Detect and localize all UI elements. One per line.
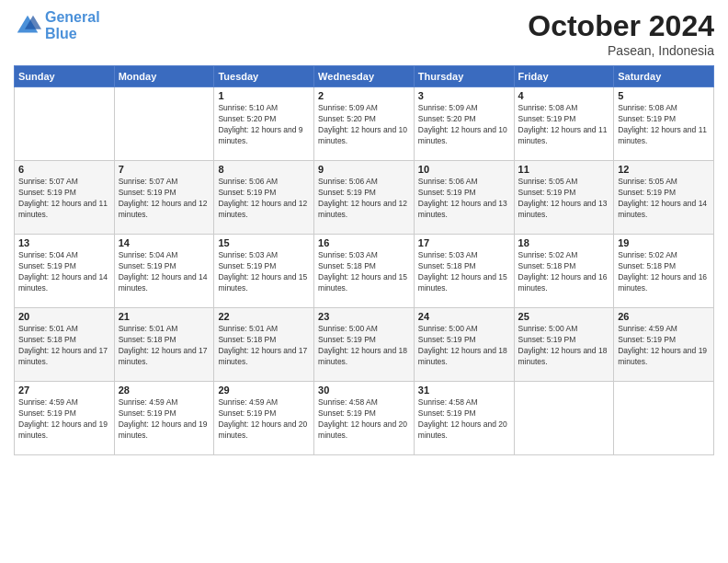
day-info: Sunrise: 5:02 AM Sunset: 5:18 PM Dayligh…: [618, 250, 710, 294]
calendar-week-2: 6Sunrise: 5:07 AM Sunset: 5:19 PM Daylig…: [15, 161, 714, 235]
calendar-cell: 5Sunrise: 5:08 AM Sunset: 5:19 PM Daylig…: [614, 87, 714, 161]
day-number: 30: [318, 385, 410, 396]
location-subtitle: Pasean, Indonesia: [528, 43, 714, 58]
day-info: Sunrise: 5:10 AM Sunset: 5:20 PM Dayligh…: [218, 103, 310, 147]
calendar-cell: 31Sunrise: 4:58 AM Sunset: 5:19 PM Dayli…: [414, 382, 514, 455]
calendar-week-5: 27Sunrise: 4:59 AM Sunset: 5:19 PM Dayli…: [15, 382, 714, 455]
day-info: Sunrise: 4:59 AM Sunset: 5:19 PM Dayligh…: [18, 397, 110, 442]
day-info: Sunrise: 5:07 AM Sunset: 5:19 PM Dayligh…: [119, 177, 210, 221]
calendar-cell: [514, 382, 614, 455]
day-number: 14: [119, 237, 210, 248]
calendar-cell: 20Sunrise: 5:01 AM Sunset: 5:18 PM Dayli…: [15, 308, 115, 382]
calendar-cell: 22Sunrise: 5:01 AM Sunset: 5:18 PM Dayli…: [214, 308, 314, 382]
weekday-header-wednesday: Wednesday: [314, 66, 415, 87]
calendar-cell: 23Sunrise: 5:00 AM Sunset: 5:19 PM Dayli…: [314, 308, 415, 382]
day-number: 18: [518, 237, 610, 248]
calendar-cell: 8Sunrise: 5:06 AM Sunset: 5:19 PM Daylig…: [214, 161, 314, 235]
day-number: 16: [318, 237, 410, 248]
day-info: Sunrise: 5:03 AM Sunset: 5:18 PM Dayligh…: [418, 250, 510, 294]
day-number: 22: [218, 311, 310, 322]
day-number: 3: [418, 90, 510, 101]
calendar-cell: 18Sunrise: 5:02 AM Sunset: 5:18 PM Dayli…: [514, 235, 614, 308]
calendar-week-1: 1Sunrise: 5:10 AM Sunset: 5:20 PM Daylig…: [15, 87, 714, 161]
calendar-cell: 30Sunrise: 4:58 AM Sunset: 5:19 PM Dayli…: [314, 382, 415, 455]
day-info: Sunrise: 5:03 AM Sunset: 5:18 PM Dayligh…: [318, 250, 410, 294]
day-info: Sunrise: 5:08 AM Sunset: 5:19 PM Dayligh…: [518, 103, 610, 147]
day-info: Sunrise: 4:59 AM Sunset: 5:19 PM Dayligh…: [618, 324, 710, 368]
calendar-cell: 7Sunrise: 5:07 AM Sunset: 5:19 PM Daylig…: [114, 161, 214, 235]
day-number: 17: [418, 237, 510, 248]
day-info: Sunrise: 5:00 AM Sunset: 5:19 PM Dayligh…: [318, 324, 410, 368]
header: General Blue October 2024 Pasean, Indone…: [14, 9, 714, 58]
day-info: Sunrise: 5:06 AM Sunset: 5:19 PM Dayligh…: [318, 177, 410, 221]
day-info: Sunrise: 4:59 AM Sunset: 5:19 PM Dayligh…: [119, 397, 210, 442]
day-number: 8: [218, 164, 310, 175]
day-info: Sunrise: 5:04 AM Sunset: 5:19 PM Dayligh…: [119, 250, 210, 294]
calendar-cell: 19Sunrise: 5:02 AM Sunset: 5:18 PM Dayli…: [614, 235, 714, 308]
weekday-header-thursday: Thursday: [414, 66, 514, 87]
day-info: Sunrise: 5:05 AM Sunset: 5:19 PM Dayligh…: [618, 177, 710, 221]
day-number: 24: [418, 311, 510, 322]
calendar-cell: 29Sunrise: 4:59 AM Sunset: 5:19 PM Dayli…: [214, 382, 314, 455]
weekday-header-monday: Monday: [114, 66, 214, 87]
logo-text: General Blue: [45, 9, 100, 41]
weekday-header-friday: Friday: [514, 66, 614, 87]
day-number: 21: [119, 311, 210, 322]
day-number: 7: [119, 164, 210, 175]
day-info: Sunrise: 5:09 AM Sunset: 5:20 PM Dayligh…: [418, 103, 510, 147]
calendar-table: SundayMondayTuesdayWednesdayThursdayFrid…: [14, 65, 714, 455]
day-number: 19: [618, 237, 710, 248]
day-info: Sunrise: 5:06 AM Sunset: 5:19 PM Dayligh…: [218, 177, 310, 221]
day-number: 13: [18, 237, 110, 248]
day-number: 4: [518, 90, 610, 101]
day-info: Sunrise: 5:01 AM Sunset: 5:18 PM Dayligh…: [218, 324, 310, 368]
logo: General Blue: [14, 9, 100, 41]
day-number: 15: [218, 237, 310, 248]
calendar-cell: 27Sunrise: 4:59 AM Sunset: 5:19 PM Dayli…: [15, 382, 115, 455]
day-number: 29: [218, 385, 310, 396]
day-number: 28: [119, 385, 210, 396]
day-info: Sunrise: 5:07 AM Sunset: 5:19 PM Dayligh…: [18, 177, 110, 221]
day-number: 31: [418, 385, 510, 396]
calendar-cell: 12Sunrise: 5:05 AM Sunset: 5:19 PM Dayli…: [614, 161, 714, 235]
day-number: 23: [318, 311, 410, 322]
day-number: 5: [618, 90, 710, 101]
day-info: Sunrise: 5:01 AM Sunset: 5:18 PM Dayligh…: [18, 324, 110, 368]
page: General Blue October 2024 Pasean, Indone…: [0, 0, 728, 563]
calendar-cell: [114, 87, 214, 161]
calendar-body: 1Sunrise: 5:10 AM Sunset: 5:20 PM Daylig…: [15, 87, 714, 455]
logo-icon: [14, 12, 41, 40]
day-info: Sunrise: 5:01 AM Sunset: 5:18 PM Dayligh…: [119, 324, 210, 368]
calendar-cell: 13Sunrise: 5:04 AM Sunset: 5:19 PM Dayli…: [15, 235, 115, 308]
calendar-cell: 1Sunrise: 5:10 AM Sunset: 5:20 PM Daylig…: [214, 87, 314, 161]
calendar-week-3: 13Sunrise: 5:04 AM Sunset: 5:19 PM Dayli…: [15, 235, 714, 308]
day-number: 6: [18, 164, 110, 175]
calendar-cell: 3Sunrise: 5:09 AM Sunset: 5:20 PM Daylig…: [414, 87, 514, 161]
day-info: Sunrise: 5:05 AM Sunset: 5:19 PM Dayligh…: [518, 177, 610, 221]
day-number: 20: [18, 311, 110, 322]
day-info: Sunrise: 5:02 AM Sunset: 5:18 PM Dayligh…: [518, 250, 610, 294]
day-number: 1: [218, 90, 310, 101]
calendar-cell: 14Sunrise: 5:04 AM Sunset: 5:19 PM Dayli…: [114, 235, 214, 308]
calendar-cell: 21Sunrise: 5:01 AM Sunset: 5:18 PM Dayli…: [114, 308, 214, 382]
calendar-cell: 11Sunrise: 5:05 AM Sunset: 5:19 PM Dayli…: [514, 161, 614, 235]
calendar-cell: [15, 87, 115, 161]
calendar-header: SundayMondayTuesdayWednesdayThursdayFrid…: [15, 66, 714, 87]
day-number: 26: [618, 311, 710, 322]
day-info: Sunrise: 5:04 AM Sunset: 5:19 PM Dayligh…: [18, 250, 110, 294]
day-number: 9: [318, 164, 410, 175]
day-info: Sunrise: 4:58 AM Sunset: 5:19 PM Dayligh…: [418, 397, 510, 442]
calendar-cell: 24Sunrise: 5:00 AM Sunset: 5:19 PM Dayli…: [414, 308, 514, 382]
day-info: Sunrise: 4:59 AM Sunset: 5:19 PM Dayligh…: [218, 397, 310, 442]
calendar-cell: 26Sunrise: 4:59 AM Sunset: 5:19 PM Dayli…: [614, 308, 714, 382]
day-info: Sunrise: 5:00 AM Sunset: 5:19 PM Dayligh…: [418, 324, 510, 368]
calendar-cell: 16Sunrise: 5:03 AM Sunset: 5:18 PM Dayli…: [314, 235, 415, 308]
weekday-row: SundayMondayTuesdayWednesdayThursdayFrid…: [15, 66, 714, 87]
day-info: Sunrise: 5:00 AM Sunset: 5:19 PM Dayligh…: [518, 324, 610, 368]
day-number: 11: [518, 164, 610, 175]
calendar-cell: 6Sunrise: 5:07 AM Sunset: 5:19 PM Daylig…: [15, 161, 115, 235]
calendar-cell: [614, 382, 714, 455]
day-number: 12: [618, 164, 710, 175]
calendar-cell: 17Sunrise: 5:03 AM Sunset: 5:18 PM Dayli…: [414, 235, 514, 308]
calendar-cell: 15Sunrise: 5:03 AM Sunset: 5:19 PM Dayli…: [214, 235, 314, 308]
